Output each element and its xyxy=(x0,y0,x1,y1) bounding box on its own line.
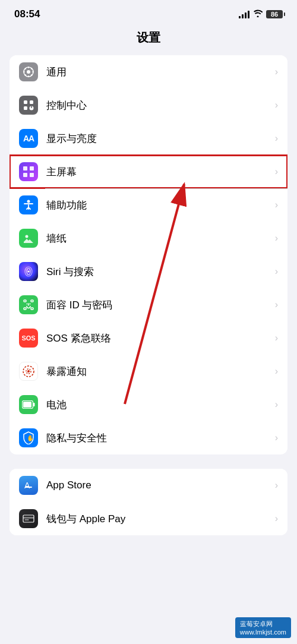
sos-icon: SOS xyxy=(19,329,38,348)
display-label: 显示与亮度 xyxy=(46,132,271,146)
wallpaper-label: 墙纸 xyxy=(46,232,271,245)
settings-row-wallpaper[interactable]: 墙纸 › xyxy=(10,222,287,255)
faceid-chevron: › xyxy=(275,299,278,310)
appstore-icon: A xyxy=(19,476,38,495)
general-label: 通用 xyxy=(46,65,271,79)
settings-row-control-center[interactable]: 控制中心 › xyxy=(10,89,287,122)
general-icon xyxy=(19,62,38,81)
svg-point-19 xyxy=(27,200,30,203)
wallpaper-icon xyxy=(19,229,38,248)
svg-rect-15 xyxy=(23,166,27,171)
svg-point-9 xyxy=(25,74,26,75)
appstore-chevron: › xyxy=(275,480,278,491)
settings-row-siri[interactable]: Siri 与搜索 › xyxy=(10,255,287,288)
status-icons: 86 xyxy=(239,10,283,19)
battery-chevron: › xyxy=(275,399,278,410)
settings-row-accessibility[interactable]: 辅助功能 › xyxy=(10,188,287,222)
exposure-chevron: › xyxy=(275,366,278,377)
appstore-label: App Store xyxy=(46,479,271,491)
wifi-icon xyxy=(253,10,263,19)
wallet-label: 钱包与 Apple Pay xyxy=(46,512,271,526)
home-screen-icon xyxy=(19,162,38,181)
svg-point-23 xyxy=(28,271,30,273)
svg-rect-14 xyxy=(31,106,32,108)
svg-rect-42 xyxy=(23,517,34,519)
svg-rect-16 xyxy=(30,166,34,171)
settings-row-display[interactable]: AA 显示与亮度 › xyxy=(10,122,287,155)
svg-rect-12 xyxy=(24,106,27,110)
privacy-icon: ✋ xyxy=(19,428,38,447)
settings-row-wallet[interactable]: 钱包与 Apple Pay › xyxy=(10,502,287,535)
svg-rect-10 xyxy=(24,100,27,104)
svg-point-28 xyxy=(27,304,28,305)
signal-icon xyxy=(239,10,249,18)
siri-icon xyxy=(19,262,38,281)
privacy-chevron: › xyxy=(275,433,278,443)
battery-icon: 86 xyxy=(266,10,283,18)
settings-row-sos[interactable]: SOS SOS 紧急联络 › xyxy=(10,321,287,355)
svg-text:✋: ✋ xyxy=(27,434,34,442)
home-screen-chevron: › xyxy=(275,166,278,177)
settings-row-battery[interactable]: 电池 › xyxy=(10,388,287,421)
svg-point-20 xyxy=(26,235,29,238)
svg-rect-11 xyxy=(30,100,33,104)
svg-point-3 xyxy=(28,75,29,77)
watermark: 蓝莓安卓网www.lmkjst.com xyxy=(235,617,291,638)
svg-rect-24 xyxy=(24,300,26,302)
svg-rect-18 xyxy=(30,173,34,177)
settings-row-privacy[interactable]: ✋ 隐私与安全性 › xyxy=(10,421,287,454)
svg-point-1 xyxy=(27,70,30,74)
settings-row-appstore[interactable]: A App Store › xyxy=(10,469,287,502)
svg-rect-35 xyxy=(23,402,31,408)
accessibility-chevron: › xyxy=(275,200,278,210)
battery-label: 电池 xyxy=(46,398,271,412)
svg-point-8 xyxy=(31,68,32,70)
display-chevron: › xyxy=(275,133,278,144)
svg-text:A: A xyxy=(24,481,30,490)
general-chevron: › xyxy=(275,67,278,77)
svg-point-33 xyxy=(27,370,30,372)
wallpaper-chevron: › xyxy=(275,233,278,244)
sos-label: SOS 紧急联络 xyxy=(46,332,271,345)
control-center-icon xyxy=(19,96,38,115)
svg-point-29 xyxy=(30,304,31,305)
home-screen-label: 主屏幕 xyxy=(46,165,271,179)
control-center-label: 控制中心 xyxy=(46,99,271,112)
svg-point-7 xyxy=(31,74,32,75)
page-title: 设置 xyxy=(0,25,297,55)
display-icon: AA xyxy=(19,129,38,148)
accessibility-label: 辅助功能 xyxy=(46,198,271,212)
exposure-label: 暴露通知 xyxy=(46,365,271,378)
svg-point-4 xyxy=(23,71,24,72)
settings-row-exposure[interactable]: 暴露通知 › xyxy=(10,355,287,388)
wallet-chevron: › xyxy=(275,513,278,524)
privacy-label: 隐私与安全性 xyxy=(46,431,271,445)
svg-rect-27 xyxy=(31,308,33,310)
svg-point-5 xyxy=(32,71,33,72)
settings-row-general[interactable]: 通用 › xyxy=(10,55,287,89)
accessibility-icon xyxy=(19,195,38,214)
svg-rect-25 xyxy=(31,300,33,302)
svg-point-2 xyxy=(28,67,29,68)
wallet-icon xyxy=(19,509,38,528)
exposure-icon xyxy=(19,362,38,381)
faceid-icon xyxy=(19,295,38,314)
status-time: 08:54 xyxy=(14,8,40,20)
svg-rect-36 xyxy=(33,403,35,406)
svg-rect-26 xyxy=(24,308,26,310)
svg-rect-17 xyxy=(23,173,27,177)
faceid-label: 面容 ID 与密码 xyxy=(46,298,271,312)
battery-settings-icon xyxy=(19,395,38,414)
sos-chevron: › xyxy=(275,333,278,343)
settings-row-faceid[interactable]: 面容 ID 与密码 › xyxy=(10,288,287,321)
siri-chevron: › xyxy=(275,266,278,277)
svg-point-6 xyxy=(25,68,26,70)
siri-label: Siri 与搜索 xyxy=(46,265,271,279)
status-bar: 08:54 86 xyxy=(0,0,297,25)
main-settings-section: 通用 › 控制中心 › AA 显示与亮度 › xyxy=(10,55,287,454)
settings-row-home-screen[interactable]: 主屏幕 › xyxy=(10,155,287,188)
bottom-settings-section: A App Store › 钱包与 Apple Pay › xyxy=(10,469,287,535)
control-center-chevron: › xyxy=(275,100,278,111)
